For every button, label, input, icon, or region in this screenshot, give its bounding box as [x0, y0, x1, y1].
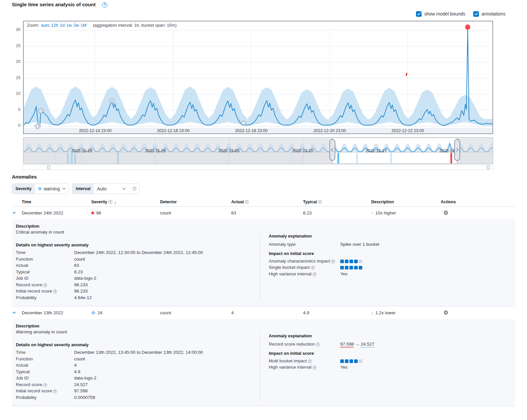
- selection-handle-right[interactable]: [455, 139, 460, 160]
- cell-time: December 13th 2022: [22, 310, 91, 315]
- impact-label: Anomaly characteristics impact?: [269, 258, 340, 265]
- detail-field-value: 97.598: [74, 388, 88, 394]
- detail-field-label: Initial record score?: [16, 388, 74, 394]
- column-header-severity[interactable]: Severity?↓: [91, 200, 160, 205]
- detail-field-value: count: [74, 256, 85, 263]
- context-date-label: 2022-12-03: [218, 149, 239, 153]
- impact-square-filled: [354, 359, 358, 363]
- row-details-panel: Description Warning anomaly in count Det…: [12, 319, 515, 406]
- impact-square-filled: [349, 359, 353, 363]
- variance-row: High variance interval? Yes: [269, 271, 515, 277]
- context-scrollbar[interactable]: [23, 165, 493, 170]
- x-axis-tick-label: 2022-12-16 23:00: [157, 128, 190, 133]
- warning-severity-dot: [38, 187, 42, 190]
- column-header-actions[interactable]: Actions: [441, 200, 515, 204]
- swimlane-anomaly-tick[interactable]: [71, 153, 73, 163]
- zoom-links: auto12h1d1w2w1M: [41, 23, 88, 28]
- x-axis-tick-label: 2022-12-14 23:00: [79, 128, 112, 133]
- anomaly-marker-low[interactable]: [241, 121, 246, 126]
- y-axis-tick-label: 5: [10, 107, 20, 112]
- interval-help[interactable]: ?: [129, 184, 139, 194]
- critical-anomaly-marker[interactable]: [465, 24, 470, 30]
- zoom-link-1M[interactable]: 1M: [81, 23, 87, 28]
- swimlane-anomaly-tick[interactable]: [390, 153, 392, 163]
- show-model-bounds-control[interactable]: show model bounds: [416, 11, 465, 17]
- title-help-icon[interactable]: ?: [102, 2, 107, 8]
- detail-fields: TimeDecember 13th 2022, 13:45:00 to Dece…: [16, 349, 260, 401]
- column-header-detector[interactable]: Detector: [160, 200, 231, 204]
- zoom-link-2w[interactable]: 2w: [73, 23, 79, 28]
- description-value: Warning anomaly in count: [16, 329, 260, 334]
- interval-filter[interactable]: Interval Auto ?: [72, 183, 140, 194]
- cell-detector: count: [160, 310, 231, 315]
- annotations-checkbox[interactable]: [473, 11, 479, 17]
- column-header-actual[interactable]: Actual?: [231, 200, 303, 204]
- swimlane-anomaly-tick[interactable]: [291, 153, 292, 163]
- detail-field-value: data-logs-2: [74, 375, 97, 381]
- detail-field-row: Record score?24.527: [16, 381, 260, 388]
- impact-square-filled: [340, 260, 344, 263]
- details-left-column: Description Critical anomaly in count De…: [16, 224, 260, 301]
- gear-icon[interactable]: ⚙: [443, 310, 448, 316]
- annotations-control[interactable]: annotations: [473, 11, 505, 17]
- swimlane-anomaly-tick[interactable]: [356, 153, 358, 163]
- context-date-label: 2022-12-10: [292, 149, 313, 153]
- column-header-description[interactable]: Description: [371, 200, 441, 204]
- detail-field-row: Actual4: [16, 362, 260, 369]
- detail-field-row: Job IDdata-logs-2: [16, 275, 260, 282]
- show-model-bounds-checkbox[interactable]: [416, 11, 422, 17]
- y-axis-tick-label: 0: [10, 123, 20, 128]
- scrollbar-right-handle[interactable]: [487, 165, 490, 169]
- detail-field-row: Probability0.0000759: [16, 394, 260, 401]
- zoom-label: Zoom:: [27, 23, 39, 28]
- focus-chart[interactable]: 2022-12-14 23:002022-12-16 23:002022-12-…: [23, 21, 493, 134]
- swimlane-anomaly-tick[interactable]: [338, 153, 339, 163]
- zoom-link-1w[interactable]: 1w: [66, 23, 72, 28]
- table-row[interactable]: December 24th 2022 98 count 63 6.23 ↑ 10…: [12, 207, 515, 219]
- zoom-controls: Zoom: auto12h1d1w2w1M (aggregation inter…: [27, 23, 177, 28]
- cell-actual: 63: [231, 210, 303, 215]
- swimlane-anomaly-tick[interactable]: [55, 153, 56, 163]
- description-heading: Description: [16, 224, 260, 229]
- zoom-link-12h[interactable]: 12h: [51, 23, 58, 28]
- severity-filter-value[interactable]: warning: [35, 184, 69, 194]
- scrollbar-left-handle[interactable]: [47, 165, 50, 169]
- row-expander[interactable]: [12, 310, 22, 315]
- anomalies-table: TimeSeverity?↓DetectorActual?Typical?Des…: [12, 198, 515, 406]
- impact-bar: [340, 260, 362, 263]
- anomaly-marker-low[interactable]: [110, 99, 114, 103]
- explanation-heading: Anomaly explanation: [269, 333, 515, 338]
- detail-field-value: 4: [74, 362, 77, 369]
- detail-field-label: Initial record score?: [16, 288, 74, 294]
- column-header-typical[interactable]: Typical?: [303, 200, 371, 204]
- table-row[interactable]: December 13th 2022 24 count 4 4.9 ↓ 1.2x…: [12, 306, 515, 319]
- annotation-marker[interactable]: [405, 73, 407, 76]
- zoom-link-1d[interactable]: 1d: [60, 23, 65, 28]
- description-text: 10x higher: [375, 210, 396, 215]
- question-in-circle-icon: ?: [311, 266, 315, 270]
- y-axis-tick-label: 20: [10, 59, 20, 64]
- detail-field-value: 98.233: [74, 288, 88, 294]
- impact-rows: Multi bucket impact?: [269, 358, 515, 364]
- swimlane-anomaly-tick[interactable]: [67, 153, 69, 163]
- zoom-link-auto[interactable]: auto: [41, 23, 49, 28]
- swimlane-anomaly-tick[interactable]: [117, 153, 119, 163]
- score-to: 24.527: [361, 342, 374, 348]
- detail-field-value: 24.527: [74, 381, 88, 388]
- cell-description: ↑ 10x higher: [371, 210, 441, 215]
- detail-field-label: Record score?: [16, 381, 74, 388]
- interval-filter-value[interactable]: Auto: [94, 184, 129, 194]
- swimlane-critical-tick[interactable]: [451, 153, 452, 163]
- severity-filter[interactable]: Severity warning: [12, 183, 69, 194]
- context-chart[interactable]: 2022-11-192022-11-262022-12-032022-12-10…: [23, 137, 493, 164]
- column-header-time[interactable]: Time: [22, 200, 91, 204]
- details-left-column: Description Warning anomaly in count Det…: [16, 323, 260, 401]
- detail-field-value: 0.0000759: [74, 394, 95, 401]
- question-in-circle-icon: ?: [245, 200, 249, 204]
- row-expander[interactable]: [12, 210, 22, 215]
- gear-icon[interactable]: ⚙: [443, 210, 448, 216]
- impact-rows: Anomaly characteristics impact?Single bu…: [269, 258, 515, 271]
- selection-handle-left[interactable]: [330, 139, 335, 160]
- swimlane-anomaly-tick[interactable]: [74, 153, 76, 163]
- detail-field-label: Typical: [16, 269, 74, 275]
